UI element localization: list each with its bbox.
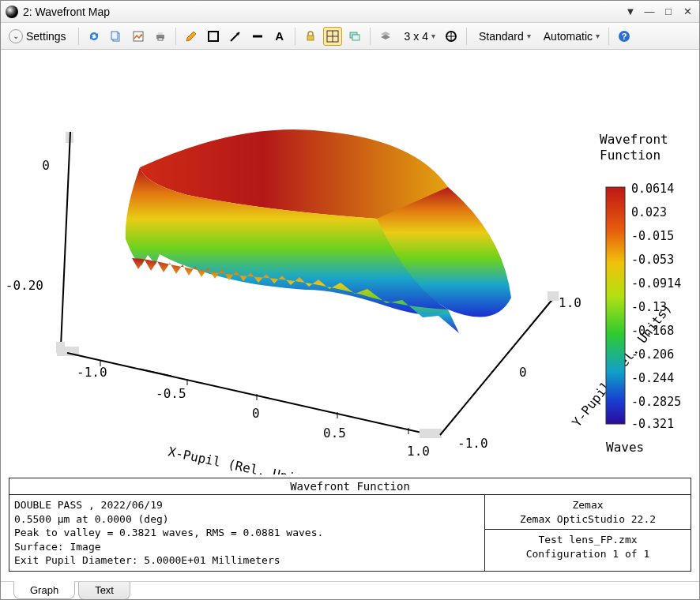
line-tool-button[interactable] <box>248 27 267 46</box>
legend-title-2: Function <box>600 148 660 163</box>
minimize-button[interactable]: — <box>642 5 657 19</box>
target-button[interactable] <box>442 27 461 46</box>
svg-rect-6 <box>209 32 218 41</box>
x-tick-2: 0 <box>252 406 260 421</box>
svg-rect-28 <box>420 429 442 438</box>
info-right: Zemax Zemax OpticStudio 22.2 Test lens_F… <box>485 495 691 571</box>
bottom-tabs: Graph Text <box>1 581 699 600</box>
grid-size-dropdown[interactable]: 3 x 4 <box>398 27 438 46</box>
separator <box>466 28 467 45</box>
window-title: 2: Wavefront Map <box>23 6 110 18</box>
automatic-label: Automatic <box>540 30 596 43</box>
svg-line-35 <box>440 298 554 435</box>
automatic-dropdown[interactable]: Automatic <box>537 27 603 46</box>
dropdown-button[interactable]: ▼ <box>623 5 638 19</box>
rectangle-tool-button[interactable] <box>204 27 223 46</box>
copy-button[interactable] <box>107 27 126 46</box>
windows-icon <box>348 30 361 43</box>
svg-text:-0.053: -0.053 <box>631 253 674 267</box>
info-right-file: Test lens_FP.zmx Configuration 1 of 1 <box>485 530 691 564</box>
arrow-tool-button[interactable] <box>226 27 245 46</box>
info-panel: Wavefront Function DOUBLE PASS , 2022/06… <box>9 478 691 572</box>
pencil-tool-button[interactable] <box>182 27 201 46</box>
svg-rect-10 <box>307 36 314 40</box>
svg-line-24 <box>61 132 70 347</box>
layers-icon <box>379 30 392 43</box>
z-axis: 0 -0.20 <box>6 132 73 353</box>
svg-text:-0.168: -0.168 <box>631 324 674 338</box>
fit-view-button[interactable] <box>323 27 342 46</box>
legend-title-1: Wavefront <box>600 132 668 147</box>
info-right-software: Zemax Zemax OpticStudio 22.2 <box>485 495 691 530</box>
svg-rect-15 <box>352 35 359 40</box>
tab-graph[interactable]: Graph <box>13 581 75 599</box>
colorbar-legend: Wavefront Function 0.0614 0.023 -0.015 -… <box>600 132 681 455</box>
lock-button[interactable] <box>301 27 320 46</box>
plot-area[interactable]: 0 -0.20 -1.0 -0.5 0 0.5 1.0 X-Pupil (Rel… <box>1 50 699 478</box>
target-icon <box>445 30 457 43</box>
standard-dropdown[interactable]: Standard <box>472 27 534 46</box>
save-image-button[interactable] <box>129 27 148 46</box>
svg-text:-0.13: -0.13 <box>631 300 667 314</box>
line-icon <box>251 30 264 43</box>
x-tick-1: -0.5 <box>156 386 186 401</box>
info-header: Wavefront Function <box>9 478 691 495</box>
svg-rect-36 <box>548 291 559 301</box>
svg-rect-5 <box>158 38 163 40</box>
separator <box>175 28 176 45</box>
settings-button[interactable]: ⌄ Settings <box>6 27 73 46</box>
help-button[interactable]: ? <box>615 27 634 46</box>
standard-label: Standard <box>476 30 527 43</box>
lock-icon <box>304 30 317 43</box>
svg-marker-17 <box>381 35 390 39</box>
z-tick-0: 0 <box>42 158 50 173</box>
refresh-button[interactable] <box>85 27 103 46</box>
svg-text:0.0614: 0.0614 <box>631 182 674 196</box>
svg-text:-0.321: -0.321 <box>631 417 674 431</box>
close-button[interactable]: ✕ <box>680 5 694 19</box>
arrow-icon <box>229 30 242 43</box>
svg-text:0.023: 0.023 <box>631 205 667 219</box>
square-icon <box>207 30 220 43</box>
svg-text:-0.2825: -0.2825 <box>631 395 681 409</box>
tab-text[interactable]: Text <box>78 582 130 600</box>
maximize-button[interactable]: □ <box>661 5 676 19</box>
svg-text:-0.206: -0.206 <box>631 347 674 362</box>
x-axis-label: X-Pupil (Rel. Units) <box>167 444 318 474</box>
y-tick-1: 0 <box>519 365 527 380</box>
window-layout-button[interactable] <box>345 27 364 46</box>
surface <box>126 129 511 333</box>
print-icon <box>154 30 167 43</box>
grid-size-label: 3 x 4 <box>401 30 431 43</box>
chevron-down-icon: ⌄ <box>9 29 23 43</box>
print-button[interactable] <box>151 27 170 46</box>
svg-text:-0.244: -0.244 <box>631 371 674 385</box>
colorbar-ticks: 0.0614 0.023 -0.015 -0.053 -0.0914 -0.13… <box>631 182 681 431</box>
app-icon <box>6 6 18 18</box>
wavefront-3d-plot: 0 -0.20 -1.0 -0.5 0 0.5 1.0 X-Pupil (Rel… <box>6 53 696 474</box>
x-tick-3: 0.5 <box>323 426 346 441</box>
y-tick-2: 1.0 <box>559 295 581 310</box>
save-image-icon <box>132 30 145 43</box>
settings-label: Settings <box>23 30 70 43</box>
info-left-text: DOUBLE PASS , 2022/06/19 0.5500 µm at 0.… <box>9 495 485 571</box>
svg-line-30 <box>140 369 171 376</box>
help-icon: ? <box>618 30 630 43</box>
copy-icon <box>110 30 122 43</box>
toolbar: ⌄ Settings A 3 x 4 <box>1 23 699 50</box>
svg-text:-0.0914: -0.0914 <box>631 276 681 291</box>
pencil-icon <box>185 30 198 43</box>
svg-line-27 <box>67 353 432 435</box>
svg-text:-0.015: -0.015 <box>631 229 674 243</box>
colorbar <box>606 187 625 424</box>
layers-button[interactable] <box>376 27 395 46</box>
separator <box>295 28 295 45</box>
svg-text:?: ? <box>622 32 627 41</box>
separator <box>608 28 609 45</box>
text-icon: A <box>275 29 284 43</box>
text-tool-button[interactable]: A <box>270 27 289 46</box>
x-tick-4: 1.0 <box>407 444 430 459</box>
y-tick-0: -1.0 <box>457 436 488 451</box>
x-axis: -1.0 -0.5 0 0.5 1.0 X-Pupil (Rel. Units) <box>57 347 442 474</box>
fit-icon <box>326 30 339 43</box>
